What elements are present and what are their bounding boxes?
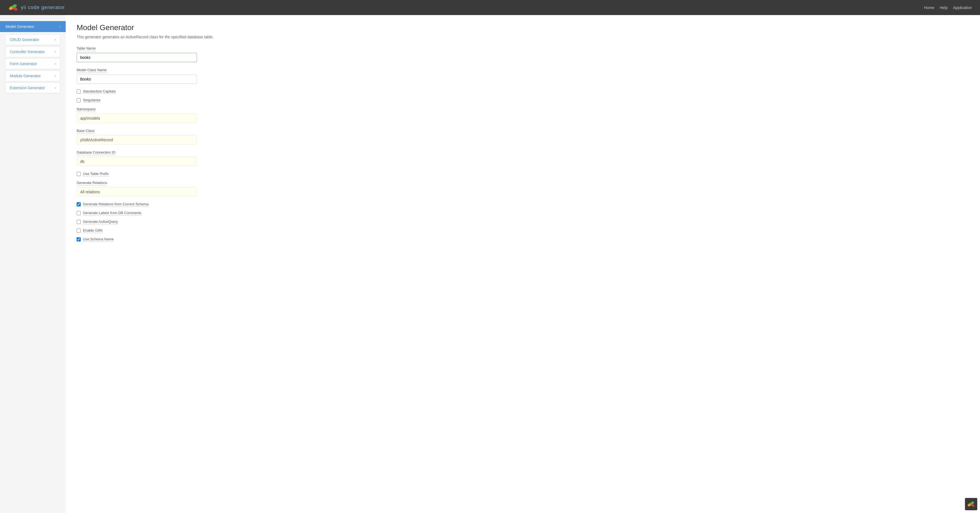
sidebar-label-controller-generator: Controller Generator bbox=[10, 49, 45, 54]
generate-active-query-label[interactable]: Generate ActiveQuery bbox=[83, 220, 118, 224]
generate-active-query-group: Generate ActiveQuery bbox=[76, 220, 969, 224]
sidebar-item-model-generator[interactable]: Model Generator › bbox=[0, 21, 66, 32]
enable-i18n-label[interactable]: Enable I18N bbox=[83, 228, 103, 233]
content: Model Generator This generator generates… bbox=[66, 15, 980, 513]
footer-yii-icon bbox=[967, 500, 975, 508]
generate-labels-group: Generate Labels from DB Comments bbox=[76, 211, 969, 215]
sidebar-label-form-generator: Form Generator bbox=[10, 62, 37, 66]
sidebar-label-model-generator: Model Generator bbox=[5, 24, 34, 29]
home-link[interactable]: Home bbox=[924, 5, 934, 10]
footer-yii-logo bbox=[965, 498, 977, 510]
form-group-model-class-name: Model Class Name bbox=[76, 68, 969, 84]
enable-i18n-checkbox[interactable] bbox=[76, 229, 81, 233]
sidebar-label-extension-generator: Extension Generator bbox=[10, 86, 45, 90]
generate-relations-schema-group: Generate Relations from Current Schema bbox=[76, 202, 969, 207]
generate-relations-schema-label[interactable]: Generate Relations from Current Schema bbox=[83, 202, 148, 207]
table-name-input[interactable] bbox=[76, 53, 197, 62]
generate-relations-label: Generate Relations bbox=[76, 181, 107, 186]
base-class-label: Base Class bbox=[76, 129, 95, 134]
sidebar-label-module-generator: Module Generator bbox=[10, 73, 41, 78]
singularize-label[interactable]: Singularize bbox=[83, 98, 100, 103]
standardize-capitals-group: Standardize Capitals bbox=[76, 89, 969, 94]
form-group-db-connection: Database Connection ID db bbox=[76, 150, 969, 166]
help-link[interactable]: Help bbox=[940, 5, 948, 10]
chevron-icon-0: › bbox=[59, 25, 60, 29]
base-class-value: yii\db\ActiveRecord bbox=[76, 135, 197, 145]
model-class-name-input[interactable] bbox=[76, 75, 197, 84]
use-table-prefix-group: Use Table Prefix bbox=[76, 172, 969, 176]
page-title: Model Generator bbox=[76, 23, 969, 32]
chevron-icon-1: › bbox=[55, 38, 56, 41]
standardize-capitals-label[interactable]: Standardize Capitals bbox=[83, 89, 116, 94]
namespace-value: app\models bbox=[76, 114, 197, 123]
standardize-capitals-checkbox[interactable] bbox=[76, 89, 81, 94]
db-connection-value: db bbox=[76, 157, 197, 166]
header: yii code generator Home Help Application bbox=[0, 0, 980, 15]
model-class-name-label: Model Class Name bbox=[76, 68, 107, 73]
main-layout: Model Generator › CRUD Generator › Contr… bbox=[0, 15, 980, 513]
application-link[interactable]: Application bbox=[953, 5, 972, 10]
generate-relations-value[interactable]: All relations bbox=[76, 187, 197, 196]
chevron-icon-5: › bbox=[55, 86, 56, 90]
namespace-label: Namespace bbox=[76, 107, 95, 112]
sidebar-item-controller-generator[interactable]: Controller Generator › bbox=[5, 46, 60, 57]
logo-text: yii code generator bbox=[21, 5, 65, 10]
logo: yii code generator bbox=[8, 2, 65, 13]
chevron-icon-3: › bbox=[55, 62, 56, 66]
generate-labels-label[interactable]: Generate Labels from DB Comments bbox=[83, 211, 142, 215]
sidebar-item-module-generator[interactable]: Module Generator › bbox=[5, 70, 60, 81]
generate-labels-checkbox[interactable] bbox=[76, 211, 81, 215]
use-table-prefix-checkbox[interactable] bbox=[76, 172, 81, 176]
sidebar-item-crud-generator[interactable]: CRUD Generator › bbox=[5, 34, 60, 45]
sidebar: Model Generator › CRUD Generator › Contr… bbox=[0, 15, 66, 513]
use-schema-name-group: Use Schema Name bbox=[76, 237, 969, 242]
form-group-table-name: Table Name bbox=[76, 46, 969, 62]
page-description: This generator generates an ActiveRecord… bbox=[76, 35, 969, 39]
form-group-base-class: Base Class yii\db\ActiveRecord bbox=[76, 128, 969, 145]
use-table-prefix-label[interactable]: Use Table Prefix bbox=[83, 172, 109, 176]
table-name-label: Table Name bbox=[76, 46, 95, 51]
db-connection-label: Database Connection ID bbox=[76, 150, 115, 155]
form-group-namespace: Namespace app\models bbox=[76, 107, 969, 123]
sidebar-label-crud-generator: CRUD Generator bbox=[10, 38, 39, 42]
form-group-generate-relations: Generate Relations All relations bbox=[76, 180, 969, 196]
chevron-icon-4: › bbox=[55, 74, 56, 78]
header-nav: Home Help Application bbox=[924, 5, 972, 10]
yii-logo-icon bbox=[8, 2, 19, 13]
singularize-group: Singularize bbox=[76, 98, 969, 103]
sidebar-item-extension-generator[interactable]: Extension Generator › bbox=[5, 83, 60, 93]
use-schema-name-checkbox[interactable] bbox=[76, 237, 81, 241]
enable-i18n-group: Enable I18N bbox=[76, 228, 969, 233]
sidebar-item-form-generator[interactable]: Form Generator › bbox=[5, 58, 60, 69]
generate-active-query-checkbox[interactable] bbox=[76, 220, 81, 224]
use-schema-name-label[interactable]: Use Schema Name bbox=[83, 237, 114, 242]
chevron-icon-2: › bbox=[55, 50, 56, 54]
generate-relations-schema-checkbox[interactable] bbox=[76, 202, 81, 206]
singularize-checkbox[interactable] bbox=[76, 98, 81, 102]
